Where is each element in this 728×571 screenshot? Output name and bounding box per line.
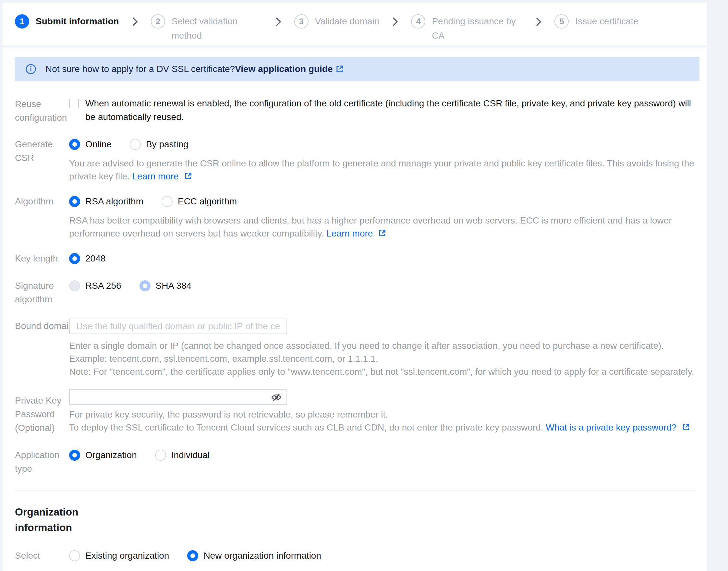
eye-slash-icon[interactable] <box>271 392 282 403</box>
ecc-algorithm-option[interactable]: ECC algorithm <box>161 196 237 207</box>
private-key-password-label: Private Key Password (Optional) <box>15 389 69 435</box>
chevron-right-icon <box>392 17 398 27</box>
csr-by-pasting-label: By pasting <box>146 139 189 149</box>
radio-disabled-selected-icon <box>139 280 150 291</box>
bound-domain-input[interactable] <box>69 319 287 334</box>
step-label: Select validation method <box>171 14 262 43</box>
step-number: 5 <box>555 14 569 28</box>
organization-select-label: Select <box>15 548 69 563</box>
private-key-password-input[interactable] <box>69 389 287 405</box>
key-length-label: Key length <box>15 251 69 266</box>
csr-by-pasting-option[interactable]: By pasting <box>130 139 189 150</box>
rsa-algorithm-option[interactable]: RSA algorithm <box>69 196 143 207</box>
new-organization-label: New organization information <box>204 551 321 561</box>
step-label: Submit information <box>36 14 119 28</box>
rsa-256-label: RSA 256 <box>85 280 121 291</box>
private-key-password-help: For private key security, the password i… <box>69 408 696 434</box>
row-signature-algorithm: Signature algorithm RSA 256 SHA 384 <box>15 278 696 306</box>
pkp-help-line1: For private key security, the password i… <box>69 408 696 421</box>
new-organization-option[interactable]: New organization information <box>187 550 321 561</box>
key-length-2048-label: 2048 <box>85 253 105 264</box>
step-select-validation-method: 2 Select validation method <box>151 14 262 43</box>
csr-online-option[interactable]: Online <box>69 139 112 150</box>
step-label: Pending issuance by CA <box>432 14 523 43</box>
row-reuse-configuration: Reuse configuration When automatic renew… <box>15 97 696 125</box>
certificate-form: Reuse configuration When automatic renew… <box>15 97 696 571</box>
step-label: Validate domain <box>315 14 380 28</box>
chevron-right-icon <box>535 17 541 27</box>
csr-learn-more-link[interactable]: Learn more <box>132 171 179 181</box>
key-length-2048-option[interactable]: 2048 <box>69 253 105 264</box>
external-link-icon[interactable] <box>682 423 690 432</box>
application-type-label: Application type <box>15 448 69 476</box>
page: 1 Submit information 2 Select validation… <box>0 0 728 571</box>
row-private-key-password: Private Key Password (Optional) For priv… <box>15 389 696 435</box>
bound-domain-label: Bound domain* <box>15 319 69 378</box>
pkp-help-line2-text: To deploy the SSL certificate to Tencent… <box>69 423 546 433</box>
external-link-icon[interactable] <box>184 172 193 181</box>
application-type-organization-option[interactable]: Organization <box>69 450 137 461</box>
step-validate-domain: 3 Validate domain <box>294 14 380 28</box>
view-application-guide-link[interactable]: View application guide <box>235 64 333 74</box>
step-issue-certificate: 5 Issue certificate <box>555 14 638 28</box>
step-number: 4 <box>411 14 425 28</box>
existing-organization-label: Existing organization <box>85 551 169 561</box>
radio-unselected-icon[interactable] <box>155 450 166 461</box>
rsa-256-option: RSA 256 <box>69 280 121 291</box>
reuse-configuration-checkbox[interactable] <box>69 99 79 108</box>
row-algorithm: Algorithm RSA algorithm ECC algorithm RS… <box>15 194 696 240</box>
chevron-right-icon <box>275 17 281 27</box>
application-type-organization-label: Organization <box>85 450 137 460</box>
radio-unselected-icon[interactable] <box>69 550 80 561</box>
radio-selected-icon[interactable] <box>187 550 198 561</box>
existing-organization-option[interactable]: Existing organization <box>69 550 169 561</box>
info-icon <box>25 64 36 75</box>
radio-selected-icon[interactable] <box>69 450 80 461</box>
application-type-individual-option[interactable]: Individual <box>155 450 210 461</box>
step-submit-information: 1 Submit information <box>15 14 119 28</box>
step-pending-issuance: 4 Pending issuance by CA <box>411 14 523 43</box>
rsa-algorithm-label: RSA algorithm <box>85 196 143 207</box>
radio-disabled-icon <box>69 280 80 291</box>
form-content: Not sure how to apply for a DV SSL certi… <box>3 47 707 571</box>
generate-csr-help: You are advised to generate the CSR onli… <box>69 157 696 183</box>
info-banner: Not sure how to apply for a DV SSL certi… <box>15 57 700 81</box>
step-number: 1 <box>15 14 29 28</box>
external-link-icon[interactable] <box>378 229 386 237</box>
radio-selected-icon[interactable] <box>69 253 80 264</box>
bound-domain-label-text: Bound domain <box>15 321 74 331</box>
radio-unselected-icon[interactable] <box>130 139 141 150</box>
algorithm-learn-more-link[interactable]: Learn more <box>326 228 373 238</box>
ecc-algorithm-label: ECC algorithm <box>178 196 237 207</box>
pkp-help-line2: To deploy the SSL certificate to Tencent… <box>69 421 696 434</box>
stepper-header: 1 Submit information 2 Select validation… <box>3 3 707 45</box>
section-divider <box>15 490 696 490</box>
reuse-configuration-text: When automatic renewal is enabled, the c… <box>85 97 696 124</box>
radio-selected-icon[interactable] <box>69 196 80 207</box>
sha-384-option: SHA 384 <box>139 280 192 291</box>
chevron-right-icon <box>132 17 138 27</box>
bound-domain-help: Enter a single domain or IP (cannot be c… <box>69 339 696 378</box>
radio-selected-icon[interactable] <box>69 139 80 150</box>
algorithm-label: Algorithm <box>15 194 69 240</box>
radio-unselected-icon[interactable] <box>161 196 172 207</box>
row-bound-domain: Bound domain* Enter a single domain or I… <box>15 319 696 378</box>
banner-message: Not sure how to apply for a DV SSL certi… <box>45 64 235 74</box>
application-type-individual-label: Individual <box>171 450 210 460</box>
row-generate-csr: Generate CSR Online By pasting You are a… <box>15 137 696 183</box>
reuse-configuration-label: Reuse configuration <box>15 97 69 125</box>
step-number: 3 <box>294 14 309 28</box>
row-key-length: Key length 2048 <box>15 251 696 266</box>
row-organization-select: Select Existing organization New organiz… <box>15 548 696 563</box>
organization-information-heading: Organization information <box>15 504 90 535</box>
generate-csr-label: Generate CSR <box>15 137 69 183</box>
signature-algorithm-label: Signature algorithm <box>15 278 69 306</box>
step-number: 2 <box>151 14 165 28</box>
bound-domain-help-line1: Enter a single domain or IP (cannot be c… <box>69 339 696 365</box>
external-link-icon[interactable] <box>335 65 344 74</box>
algorithm-help: RSA has better compatibility with browse… <box>69 214 696 240</box>
step-label: Issue certificate <box>575 14 638 28</box>
csr-online-label: Online <box>85 139 112 149</box>
sha-384-label: SHA 384 <box>156 280 192 291</box>
private-key-password-link[interactable]: What is a private key password? <box>546 423 677 433</box>
